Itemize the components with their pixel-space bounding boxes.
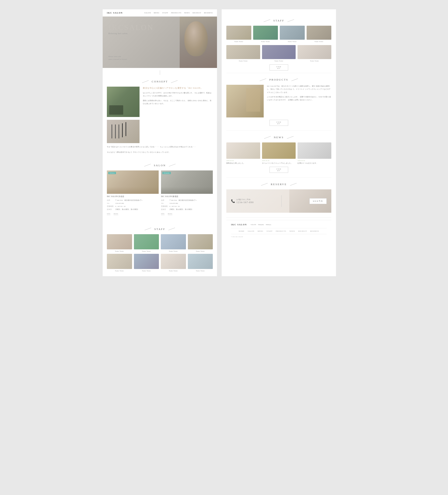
products-section: PRODUCTS IKC SALONでは、頭りのダメージを防ぐた薬剤を追求し、髪…	[226, 78, 331, 126]
footer-location-salon: SALON	[250, 224, 256, 226]
right-panel: STAFF Name Nome Name Nome Name Nome	[222, 9, 336, 245]
salon-address-value: 〒390-7034 東京都渋谷区某地域3丁3	[115, 199, 142, 202]
staff-right-line-right	[287, 19, 294, 22]
staff-card-8: Name Nome	[188, 254, 213, 272]
footer: IKC SALON SALON Shinjuku Shibuya HOME SA…	[226, 220, 331, 241]
staff-name-2: Name Nome	[134, 250, 159, 252]
nav-item-menu[interactable]: MENU	[154, 12, 160, 14]
section-line-right	[171, 80, 178, 83]
footer-nav-salon[interactable]: SALON	[248, 230, 254, 232]
nav-item-news[interactable]: NEWS	[184, 12, 190, 14]
nav-item-products[interactable]: PRODUCTS	[171, 12, 182, 14]
products-image	[226, 85, 264, 117]
staff-photo-7	[161, 254, 186, 269]
reserve-section: RESERVE 📞 お電話でのご予約 1234-567-890 WEB予約	[226, 183, 331, 213]
salon-tel-value2: 1234-567-890	[169, 202, 178, 205]
footer-copyright: © 2021 IKC SALON	[231, 234, 327, 237]
footer-nav-recruit[interactable]: RECRUIT	[298, 230, 307, 232]
news-date-3: 2000.00.00	[298, 160, 331, 161]
salon-holiday-label: 定休日	[107, 208, 114, 211]
staff-view-all-button[interactable]: view all	[269, 64, 288, 70]
salon-info-shinjuku: 住所 〒390-7034 東京都渋谷区某地域3丁3 TEL 1234-567-8…	[161, 199, 213, 211]
news-grid: 2000.00.00 新商品を入荷しました。 2000.00.00 ホームページ…	[226, 142, 331, 164]
hero-divider	[160, 70, 160, 75]
news-caption-1: 新商品を入荷しました。	[226, 162, 260, 164]
staff-right-section-title: STAFF	[273, 19, 284, 22]
consept-inner: 東京を中心に3店舗のヘアサロンを運営する「IKC SALON」 なにかでしい日々…	[107, 87, 213, 143]
consept-section-title: CONSEPT	[152, 80, 168, 83]
salon-menu-link-shinjuku[interactable]: menu	[168, 213, 172, 215]
nav-items: SALON MENU STAFF PRODUCTS NEWS RECRUIT R…	[145, 12, 213, 14]
staff-name-5: Name Nome	[107, 270, 132, 272]
staff-right-grid-row2: Name Nome Name Nome Name Nome	[226, 45, 331, 62]
nav-logo: IKC SALON	[107, 12, 123, 14]
reserve-section-header: RESERVE	[226, 183, 331, 186]
footer-nav-staff[interactable]: STAFF	[267, 230, 273, 232]
reserve-phone-number: 1234-567-890	[236, 201, 254, 204]
footer-nav-home[interactable]: HOME	[239, 230, 245, 232]
staff-right-line-left	[264, 19, 270, 22]
staff-photo-6	[134, 254, 159, 269]
news-reserve-divider	[226, 178, 331, 178]
news-date-1: 2000.00.00	[226, 160, 260, 161]
footer-nav-news[interactable]: NEWS	[290, 230, 295, 232]
news-section-header: NEWS	[226, 136, 331, 139]
salon-name-shibuya: IKC SALON 渋谷店	[107, 195, 159, 198]
nav-item-staff[interactable]: STAFF	[162, 12, 168, 14]
footer-nav-reserve[interactable]: RESERVE	[310, 230, 319, 232]
salon-menu-link-shibuya[interactable]: menu	[114, 213, 118, 215]
staff-name-3: Name Nome	[161, 250, 186, 252]
news-view-all-button[interactable]: view all	[269, 167, 288, 173]
hero-title: IKCSALON	[108, 24, 154, 31]
staff-right-grid-row1: Name Nome Name Nome Name Nome Name Nome	[226, 26, 331, 42]
salon-grid: Shibuya IKC SALON 渋谷店 住所 〒390-7034 東京都渋谷…	[107, 170, 213, 215]
news-card-2: 2000.00.00 ホームページをリニューアルしました。	[262, 142, 296, 164]
salon-name-shinjuku: IKC SALON 新宿店	[161, 195, 213, 198]
consept-image-wrapper	[107, 87, 140, 143]
staff-right-photo-3	[280, 26, 305, 40]
salon-holiday-value: 月曜日、第2火曜日、第3日曜日	[115, 208, 138, 211]
footer-nav-menu[interactable]: MENU	[258, 230, 264, 232]
footer-nav-items: HOME SALON MENU STAFF PRODUCTS NEWS RECR…	[231, 228, 327, 234]
staff-name-8: Name Nome	[188, 270, 213, 272]
staff-right-name-6: Name Nome	[262, 60, 296, 62]
staff-right-card-1: Name Nome	[226, 26, 251, 42]
products-section-title: PRODUCTS	[269, 78, 288, 81]
nav-item-salon[interactable]: SALON	[145, 12, 151, 14]
salon-address-value2: 〒390-7034 東京都渋谷区某地域3丁3	[169, 199, 196, 202]
staff-card-2: Name Nome	[134, 234, 159, 252]
products-text: IKC SALONでは、頭りのダメージを防ぐた薬剤を追求し、髪や 頭皮の悩みを解…	[267, 85, 331, 117]
consept-section: 東京を中心に3店舗のヘアサロンを運営する「IKC SALON」 なにかでしい日々…	[103, 87, 217, 159]
staff-right-name-7: Name Nome	[298, 60, 331, 62]
staff-right-card-5: Name Nome	[226, 45, 260, 62]
staff-right-name-2: Name Nome	[253, 41, 278, 42]
staff-right-photo-2	[253, 26, 278, 40]
staff-photo-2	[134, 234, 159, 249]
salon-tag-shibuya: Shibuya	[108, 172, 116, 174]
salon-hours-value2: 9：00〜18：00	[169, 205, 180, 208]
salon-address-label: 住所	[107, 199, 114, 202]
nav-item-recruit[interactable]: RECRUIT	[193, 12, 201, 14]
staff-right-name-5: Name Nome	[226, 60, 260, 62]
products-para1: IKC SALONでは、頭りのダメージを防ぐた薬剤を追求し、髪や 頭皮の悩みを解…	[267, 85, 331, 94]
salon-info-link-shibuya[interactable]: info	[107, 213, 110, 215]
nav-item-reserve[interactable]: RESERVE	[204, 12, 213, 14]
staff-left-line-right	[168, 228, 175, 230]
salon-line-right	[169, 164, 176, 166]
products-view-all-button[interactable]: view all	[269, 120, 288, 126]
footer-top: IKC SALON SALON Shinjuku Shibuya	[231, 223, 327, 226]
footer-location-shinjuku: Shinjuku	[258, 224, 264, 226]
hero-section: IKCSALON Relaxing hair salon. Please rel…	[103, 17, 217, 68]
salon-info-link-shinjuku[interactable]: info	[161, 213, 164, 215]
footer-nav-products[interactable]: PRODUCTS	[276, 230, 286, 232]
salon-holiday-label2: 定休日	[161, 208, 168, 211]
reserve-web-button[interactable]: WEB予約	[309, 198, 327, 204]
salon-card-shibuya: Shibuya IKC SALON 渋谷店 住所 〒390-7034 東京都渋谷…	[107, 170, 159, 215]
staff-name-6: Name Nome	[134, 270, 159, 272]
salon-hours-value: 9：00〜18：00	[115, 205, 126, 208]
news-photo-2	[262, 142, 296, 159]
staff-right-card-6: Name Nome	[262, 45, 296, 62]
staff-left-section: Name Nome Name Nome Name Nome Name Nome …	[103, 234, 217, 276]
phone-icon: 📞	[231, 199, 235, 203]
news-date-2: 2000.00.00	[262, 160, 296, 161]
